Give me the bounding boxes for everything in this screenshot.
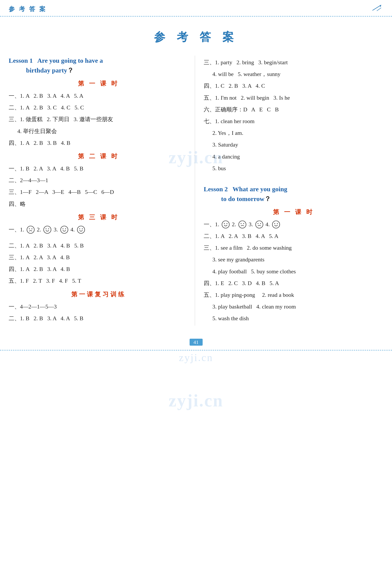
answer-l1s2-4: 四、略 <box>9 199 188 209</box>
l2-smiley-4-happy <box>272 220 280 229</box>
answer-l1s1-2: 二、1. A 2. B 3. C 4. C 5. C <box>9 103 188 112</box>
l2-section1-header: 第 一 课 时 <box>204 208 383 216</box>
svg-point-18 <box>239 221 246 228</box>
r-answer-5d: 4. a dancing <box>212 152 383 162</box>
bottom-border: zyji.cn <box>0 350 392 365</box>
smiley-prefix-1: 一、1. <box>9 225 24 235</box>
svg-point-7 <box>46 228 46 229</box>
svg-point-14 <box>82 228 83 229</box>
answer-review-2: 二、1. B 2. B 3. A 4. A 5. B <box>9 314 188 323</box>
bottom-watermark: zyji.cn <box>179 352 213 363</box>
l2-answer-5b: 3. play basketball 4. clean my room <box>212 302 383 312</box>
main-title: 参 考 答 案 <box>0 30 392 45</box>
header-icon <box>370 4 383 14</box>
section3-header: 第 三 课 时 <box>9 213 188 221</box>
header-title: 参 考 答 案 <box>9 5 47 13</box>
svg-point-5 <box>32 228 32 229</box>
svg-point-22 <box>258 223 258 224</box>
answer-l1s1-3: 三、1. 做蛋糕 2. 下周日 3. 邀请一些朋友 <box>9 115 188 124</box>
smiley-sep-1: 2. <box>37 225 41 235</box>
svg-point-25 <box>274 223 275 224</box>
svg-point-4 <box>29 228 30 229</box>
l2-smiley-2-sad <box>238 220 247 229</box>
svg-point-16 <box>224 223 225 224</box>
answer-l1s3-3: 三、1. A 2. A 3. A 4. B <box>9 253 188 262</box>
svg-point-8 <box>48 228 49 229</box>
smiley-sep-3: 4. <box>71 225 75 235</box>
l2-answer-3b: 3. see my grandparents <box>212 255 383 264</box>
answer-l1s3-4: 四、1. A 2. B 3. A 4. B <box>9 264 188 274</box>
answer-l1s2-3: 三、1—F 2—A 3—E 4—B 5—C 6—D <box>9 187 188 197</box>
answer-l1s2-1: 一、1. B 2. A 3. A 4. B 5. B <box>9 164 188 173</box>
svg-point-13 <box>79 228 80 229</box>
smiley-sep-2: 3. <box>54 225 58 235</box>
smiley-prefix-2: 一、1. <box>204 220 219 229</box>
l2-answer-5c: 5. wash the dish <box>212 314 383 323</box>
svg-line-2 <box>377 8 381 11</box>
svg-point-3 <box>27 226 34 233</box>
page-number: 41 <box>190 339 203 346</box>
left-column: Lesson 1 Are you going to have a birthda… <box>9 55 195 326</box>
section4-header: 第一课复习训练 <box>9 290 188 299</box>
smiley-2-happy <box>43 226 52 234</box>
section1-header: 第 一 课 时 <box>9 79 188 88</box>
answer-l1s3-5: 五、1. F 2. T 3. F 4. F 5. T <box>9 276 188 286</box>
answer-review-1: 一、4—2—1—5—3 <box>9 302 188 312</box>
r-answer-5c: 3. Saturday <box>212 140 383 150</box>
svg-point-9 <box>61 226 68 233</box>
r-answer-4: 六、正确顺序：D A E C B <box>204 105 383 114</box>
r-answer-2: 四、1. C 2. B 3. A 4. C <box>204 81 383 91</box>
l2-answer-3c: 4. play football 5. buy some clothes <box>212 267 383 276</box>
svg-point-20 <box>243 223 244 224</box>
svg-point-19 <box>241 223 241 224</box>
smiley-row-2: 一、1. 2. 3. <box>204 220 383 229</box>
content-wrapper: Lesson 1 Are you going to have a birthda… <box>0 55 392 326</box>
answer-l1s1-1: 一、1. A 2. B 3. A 4. A 5. A <box>9 91 188 101</box>
l2-answer-2: 二、1. A 2. A 3. B 4. A 5. A <box>204 231 383 241</box>
watermark-2: zyji.cn <box>169 391 223 410</box>
smiley-1-sad <box>26 226 35 234</box>
section2-header: 第 二 课 时 <box>9 152 188 161</box>
lesson2-header: Lesson 2 What are you going to do tomorr… <box>204 184 383 204</box>
svg-point-6 <box>44 226 51 233</box>
answer-l1s2-2: 二、2—4—3—1 <box>9 176 188 185</box>
smiley-4-happy <box>77 226 85 234</box>
smiley-3-happy <box>60 226 68 234</box>
r-answer-3: 五、1. I'm not 2. will begin 3. Is he <box>204 93 383 103</box>
answer-l1s3-2: 二、1. A 2. B 3. A 4. B 5. B <box>9 241 188 250</box>
svg-point-17 <box>227 223 227 224</box>
answer-l1s1-4: 四、1. A 2. B 3. B 4. B <box>9 138 188 148</box>
svg-point-11 <box>65 228 66 229</box>
page-header: 参 考 答 案 <box>0 0 392 17</box>
r-answer-1: 三、1. party 2. bring 3. begin/start <box>204 58 383 67</box>
r-answer-5b: 2. Yes，I am. <box>212 128 383 138</box>
svg-point-15 <box>222 221 229 228</box>
svg-point-21 <box>256 221 263 228</box>
l2-answer-3: 三、1. see a film 2. do some washing <box>204 243 383 253</box>
answer-l1s1-3b: 4. 举行生日聚会 <box>17 127 188 136</box>
svg-point-12 <box>77 226 85 233</box>
spacer <box>9 237 188 239</box>
svg-point-24 <box>272 221 280 228</box>
smiley-row-1: 一、1. 2. 3. <box>9 225 188 235</box>
lesson1-title: Lesson 1 Are you going to have a birthda… <box>9 57 103 74</box>
r-answer-5e: 5. bus <box>212 164 383 173</box>
right-column: 三、1. party 2. bring 3. begin/start 4. wi… <box>195 55 383 326</box>
r-answer-5: 七、1. clean her room <box>204 117 383 126</box>
l2-answer-4: 四、1. E 2. C 3. D 4. B 5. A <box>204 279 383 288</box>
l2-smiley-1-happy <box>221 220 230 229</box>
l2-smiley-sep-3: 4. <box>266 220 270 229</box>
svg-point-26 <box>277 223 278 224</box>
l2-answer-5: 五、1. play ping-pong 2. read a book <box>204 290 383 300</box>
l2-smiley-sep-2: 3. <box>249 220 253 229</box>
r-answer-1b: 4. will be 5. weather，sunny <box>212 69 383 79</box>
page-number-wrapper: 41 <box>0 330 392 346</box>
svg-point-23 <box>260 223 261 224</box>
lesson1-header: Lesson 1 Are you going to have a birthda… <box>9 55 188 75</box>
svg-point-10 <box>63 228 63 229</box>
l2-smiley-sep-1: 2. <box>232 220 236 229</box>
l2-smiley-3-sad <box>255 220 263 229</box>
